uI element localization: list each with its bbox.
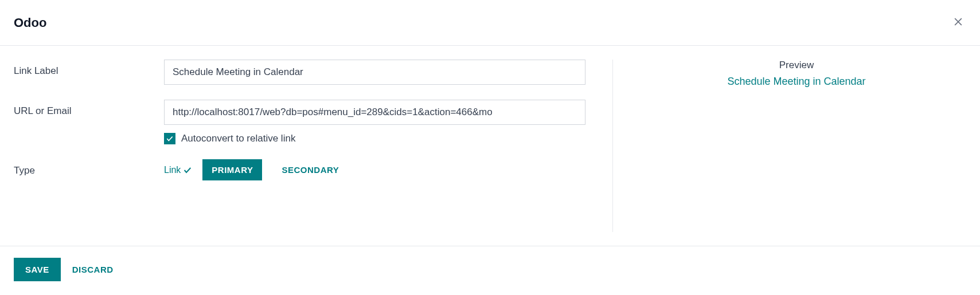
close-button[interactable] [950,14,966,32]
preview-link[interactable]: Schedule Meeting in Calendar [727,76,865,88]
type-row: Type Link PRIMARY SECONDARY [14,159,599,180]
type-secondary-button[interactable]: SECONDARY [272,159,348,180]
dialog-footer: SAVE DISCARD [0,246,980,295]
save-button[interactable]: SAVE [14,258,61,281]
url-row: URL or Email Autoconvert to relative lin… [14,100,599,144]
type-options: Link PRIMARY SECONDARY [164,159,599,180]
autoconvert-checkbox[interactable] [164,133,175,144]
preview-heading: Preview [779,60,814,71]
autoconvert-label: Autoconvert to relative link [181,133,295,144]
url-label: URL or Email [14,100,164,117]
link-label-label: Link Label [14,60,164,77]
link-label-input[interactable] [164,60,585,85]
link-label-field-wrap [164,60,599,85]
vertical-divider [612,60,613,232]
type-link-option[interactable]: Link [164,165,192,175]
dialog-body: Link Label URL or Email Autoconvert to r… [0,46,980,246]
check-icon [166,135,174,143]
dialog-header: Odoo [0,0,980,46]
type-link-text: Link [164,165,181,175]
check-icon [183,166,192,175]
url-field-wrap: Autoconvert to relative link [164,100,599,144]
preview-column: Preview Schedule Meeting in Calendar [627,60,966,232]
form-column: Link Label URL or Email Autoconvert to r… [14,60,599,232]
autoconvert-row: Autoconvert to relative link [164,133,599,144]
type-label: Type [14,159,164,176]
type-primary-button[interactable]: PRIMARY [202,159,262,180]
discard-button[interactable]: DISCARD [72,265,114,274]
url-input[interactable] [164,100,585,125]
dialog-title: Odoo [14,15,46,30]
link-label-row: Link Label [14,60,599,85]
link-dialog: Odoo Link Label URL or Email [0,0,980,295]
close-icon [952,16,964,27]
